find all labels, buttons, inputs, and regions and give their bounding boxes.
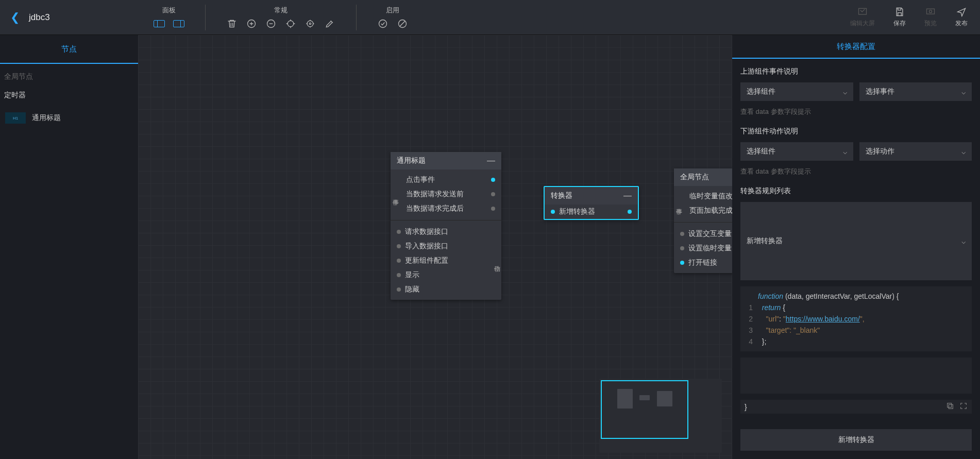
target-icon[interactable] bbox=[285, 18, 296, 29]
page-title: jdbc3 bbox=[29, 12, 50, 23]
action-import-data[interactable]: 导入数据接口 bbox=[391, 239, 492, 253]
select-downstream-action[interactable]: 选择动作⌵ bbox=[859, 142, 972, 161]
action-set-tempvar[interactable]: 设置临时变量 bbox=[674, 241, 732, 256]
sidebar-tab-nodes[interactable]: 节点 bbox=[0, 35, 138, 64]
action-request-data[interactable]: 请求数据接口 bbox=[391, 225, 492, 239]
event-before-request[interactable]: 当数据请求发送前 bbox=[400, 187, 501, 201]
plus-circle-icon[interactable] bbox=[246, 18, 257, 29]
port-in-icon[interactable] bbox=[551, 210, 555, 214]
canvas[interactable]: 通用标题 — 事件 点击事件 当数据请求发送前 当数据请求完成后 请求数据接口 … bbox=[138, 35, 732, 459]
port-out-icon[interactable] bbox=[491, 192, 495, 196]
chevron-down-icon: ⌵ bbox=[843, 147, 847, 156]
port-out-icon[interactable] bbox=[491, 178, 495, 182]
group-general: 常规 bbox=[211, 2, 351, 33]
topbar-left: ❮ jdbc3 bbox=[0, 0, 138, 35]
event-page-loaded[interactable]: 页面加载完成后 bbox=[683, 203, 732, 218]
minimap-viewport[interactable] bbox=[601, 380, 688, 439]
trash-icon[interactable] bbox=[226, 18, 238, 29]
select-transformer-rule[interactable]: 新增转换器⌵ bbox=[740, 202, 972, 280]
select-upstream-event[interactable]: 选择事件⌵ bbox=[859, 82, 972, 101]
port-in-icon[interactable] bbox=[397, 244, 401, 248]
downstream-label: 下游组件动作说明 bbox=[740, 127, 972, 136]
edit-screen-label: 编辑大屏 bbox=[850, 19, 875, 28]
preview-button[interactable]: 预览 bbox=[924, 7, 937, 28]
port-out-icon[interactable] bbox=[628, 210, 632, 214]
event-after-request[interactable]: 当数据请求完成后 bbox=[400, 201, 501, 216]
group-general-label: 常规 bbox=[274, 6, 288, 15]
data-hint[interactable]: 查看 data 参数字段提示 bbox=[740, 107, 972, 116]
action-update-config[interactable]: 更新组件配置 bbox=[391, 253, 492, 268]
toggle-right-panel-icon[interactable] bbox=[173, 18, 184, 29]
port-in-icon[interactable] bbox=[397, 230, 401, 234]
svg-rect-10 bbox=[949, 404, 953, 409]
actions-label: 动作 bbox=[492, 225, 501, 297]
copy-icon[interactable] bbox=[946, 402, 954, 412]
port-in-icon[interactable] bbox=[397, 287, 401, 292]
sidebar: 节点 全局节点 定时器 H1 通用标题 bbox=[0, 35, 138, 459]
divider bbox=[356, 5, 357, 30]
minimap[interactable] bbox=[599, 379, 722, 453]
port-out-icon[interactable] bbox=[491, 207, 495, 211]
data-hint[interactable]: 查看 data 参数字段提示 bbox=[740, 167, 972, 176]
group-enable: 启用 bbox=[362, 2, 424, 33]
sidebar-section-global: 全局节点 bbox=[0, 64, 138, 86]
port-in-icon[interactable] bbox=[397, 259, 401, 263]
code-editor[interactable]: function (data, getInteractVar, getLocal… bbox=[740, 286, 972, 351]
action-open-link[interactable]: 打开链接 bbox=[674, 256, 732, 270]
save-button[interactable]: 保存 bbox=[893, 7, 906, 28]
group-panel-label: 面板 bbox=[162, 6, 176, 15]
publish-button[interactable]: 发布 bbox=[955, 7, 968, 28]
edit-screen-button[interactable]: 编辑大屏 bbox=[850, 7, 875, 28]
port-in-icon[interactable] bbox=[397, 273, 401, 277]
preview-label: 预览 bbox=[924, 19, 937, 28]
svg-point-2 bbox=[288, 21, 294, 27]
minimize-icon[interactable]: — bbox=[623, 191, 632, 200]
action-set-interactvar[interactable]: 设置交互变量 bbox=[674, 227, 732, 241]
select-downstream-component[interactable]: 选择组件⌵ bbox=[740, 142, 853, 161]
node-global[interactable]: 全局节点 — 事件 临时变量值改变后 页面加载完成后 设置交互变量 设置临时变量… bbox=[674, 168, 732, 273]
sidebar-node-general-title[interactable]: H1 通用标题 bbox=[0, 108, 138, 128]
rule-list-label: 转换器规则列表 bbox=[740, 186, 972, 196]
svg-point-4 bbox=[309, 23, 311, 24]
minimap-node-icon bbox=[639, 395, 650, 400]
svg-point-5 bbox=[379, 20, 387, 27]
port-in-icon[interactable] bbox=[680, 246, 684, 250]
node-thumb-icon: H1 bbox=[5, 112, 26, 124]
event-tempvar-changed[interactable]: 临时变量值改变后 bbox=[683, 189, 732, 203]
back-icon[interactable]: ❮ bbox=[10, 11, 20, 24]
node-header[interactable]: 全局节点 — bbox=[674, 168, 732, 186]
port-in-icon[interactable] bbox=[680, 261, 684, 265]
locate-icon[interactable] bbox=[305, 18, 316, 29]
ban-circle-icon[interactable] bbox=[397, 18, 408, 29]
code-editor-pad bbox=[740, 358, 972, 394]
fullscreen-icon[interactable] bbox=[959, 402, 968, 412]
topbar-center: 面板 常规 启用 bbox=[138, 0, 850, 35]
event-click[interactable]: 点击事件 bbox=[400, 173, 501, 187]
right-panel: 转换器配置 上游组件事件说明 选择组件⌵ 选择事件⌵ 查看 data 参数字段提… bbox=[732, 35, 980, 459]
minimize-icon[interactable]: — bbox=[487, 156, 495, 165]
upstream-label: 上游组件事件说明 bbox=[740, 67, 972, 76]
node-header[interactable]: 通用标题 — bbox=[391, 152, 501, 169]
group-panel: 面板 bbox=[138, 2, 200, 33]
panel-tab-transformer-config[interactable]: 转换器配置 bbox=[732, 35, 980, 59]
sidebar-node-label: 通用标题 bbox=[32, 113, 61, 123]
check-circle-icon[interactable] bbox=[377, 18, 388, 29]
port-in-icon[interactable] bbox=[680, 232, 684, 236]
brush-icon[interactable] bbox=[324, 18, 335, 29]
minus-circle-icon[interactable] bbox=[265, 18, 277, 29]
sidebar-section-timer: 定时器 bbox=[0, 86, 138, 105]
node-header[interactable]: 转换器 — bbox=[545, 187, 638, 205]
publish-label: 发布 bbox=[955, 19, 968, 28]
node-transformer[interactable]: 转换器 — 新增转换器 bbox=[544, 186, 639, 220]
add-transformer-button[interactable]: 新增转换器 bbox=[740, 429, 972, 451]
events-label: 事件 bbox=[391, 173, 400, 216]
node-general-title[interactable]: 通用标题 — 事件 点击事件 当数据请求发送前 当数据请求完成后 请求数据接口 … bbox=[391, 152, 501, 300]
action-show[interactable]: 显示 bbox=[391, 268, 492, 282]
toggle-left-panel-icon[interactable] bbox=[154, 18, 165, 29]
select-upstream-component[interactable]: 选择组件⌵ bbox=[740, 82, 853, 101]
transformer-row[interactable]: 新增转换器 bbox=[545, 205, 638, 219]
topbar: ❮ jdbc3 面板 常规 启用 bbox=[0, 0, 980, 35]
action-hide[interactable]: 隐藏 bbox=[391, 282, 492, 297]
events-label: 事件 bbox=[674, 189, 683, 218]
divider bbox=[205, 5, 206, 30]
